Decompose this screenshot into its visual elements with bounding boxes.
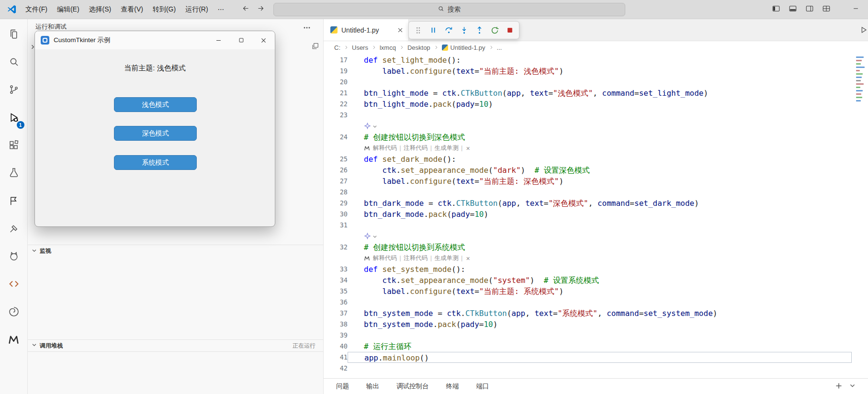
- back-icon[interactable]: [242, 4, 250, 14]
- code-line[interactable]: app.mainloop(): [348, 352, 852, 363]
- menu-selection[interactable]: 选择(S): [84, 3, 116, 16]
- code-line[interactable]: [348, 297, 852, 308]
- run-file-icon[interactable]: [859, 25, 868, 34]
- toggle-panel-icon[interactable]: [789, 4, 797, 15]
- line-number[interactable]: 19: [324, 66, 348, 77]
- toggle-secondary-sidebar-icon[interactable]: [805, 4, 814, 15]
- line-number[interactable]: 38: [324, 319, 348, 330]
- code-line[interactable]: ctk.set_appearance_mode("dark") # 设置深色模式: [348, 165, 852, 176]
- toggle-sidebar-icon[interactable]: [772, 4, 780, 15]
- menu-overflow[interactable]: ⋯: [213, 3, 229, 16]
- breadcrumb-desktop[interactable]: Desktop: [407, 44, 430, 51]
- pause-icon[interactable]: [427, 24, 440, 36]
- stop-icon[interactable]: [504, 24, 516, 36]
- callstack-section-header[interactable]: 调用堆栈 正在运行: [28, 339, 323, 352]
- ctk-titlebar[interactable]: CustomTkinter 示例: [35, 31, 275, 49]
- breadcrumb-user[interactable]: lxmcq: [380, 44, 396, 51]
- menu-goto[interactable]: 转到(G): [148, 3, 180, 16]
- code-line[interactable]: btn_light_mode.pack(pady=10): [348, 99, 852, 110]
- panel-tab-terminal[interactable]: 终端: [446, 382, 459, 391]
- line-number[interactable]: 42: [324, 363, 348, 374]
- code-editor[interactable]: 17def set_light_mode():19 label.configur…: [324, 54, 868, 378]
- menu-run[interactable]: 运行(R): [180, 3, 213, 16]
- ai-action-link[interactable]: 注释代码: [404, 253, 428, 264]
- activity-extension-copilot[interactable]: [0, 243, 28, 271]
- code-line[interactable]: # 创建按钮以切换到深色模式: [348, 132, 852, 143]
- line-number[interactable]: 20: [324, 77, 348, 88]
- code-line[interactable]: btn_light_mode = ctk.CTkButton(app, text…: [348, 88, 852, 99]
- code-line[interactable]: # 运行主循环: [348, 341, 852, 352]
- code-line[interactable]: [348, 77, 852, 88]
- breadcrumb-drive[interactable]: C:: [334, 44, 340, 51]
- customtkinter-window[interactable]: CustomTkinter 示例 当前主题: 浅色模式 浅色模式 深色模式 系统…: [34, 31, 275, 227]
- ctk-maximize-icon[interactable]: [230, 31, 252, 49]
- activity-extension-spiral[interactable]: [0, 299, 28, 326]
- line-number[interactable]: 32: [324, 242, 348, 253]
- line-number[interactable]: 40: [324, 341, 348, 352]
- code-line[interactable]: label.configure(text="当前主题: 深色模式"): [348, 176, 852, 187]
- ai-sparkle-row[interactable]: [348, 121, 852, 132]
- ai-sparkle-row[interactable]: [348, 231, 852, 242]
- code-line[interactable]: [348, 110, 852, 121]
- restore-editors-icon[interactable]: [311, 42, 319, 50]
- ai-action-link[interactable]: 注释代码: [404, 143, 428, 154]
- breadcrumb-users[interactable]: Users: [352, 44, 368, 51]
- line-number[interactable]: 33: [324, 264, 348, 275]
- code-line[interactable]: btn_system_mode = ctk.CTkButton(app, tex…: [348, 308, 852, 319]
- new-terminal-plus-icon[interactable]: [835, 382, 843, 391]
- code-line[interactable]: def set_system_mode():: [348, 264, 852, 275]
- activity-extensions[interactable]: [0, 132, 28, 160]
- line-number[interactable]: 25: [324, 154, 348, 165]
- watch-section-header[interactable]: 监视: [28, 245, 323, 257]
- code-line[interactable]: def set_light_mode():: [348, 55, 852, 66]
- line-number[interactable]: 36: [324, 297, 348, 308]
- step-over-icon[interactable]: [442, 24, 455, 36]
- panel-tab-output[interactable]: 输出: [366, 382, 379, 391]
- command-center-search[interactable]: 搜索: [273, 3, 625, 16]
- menu-edit[interactable]: 编辑(E): [52, 3, 84, 16]
- line-number[interactable]: 30: [324, 209, 348, 220]
- ai-close-icon[interactable]: ×: [466, 255, 470, 262]
- ai-action-link[interactable]: 生成单测: [434, 143, 458, 154]
- forward-icon[interactable]: [257, 4, 265, 14]
- line-number[interactable]: 28: [324, 187, 348, 198]
- minimap[interactable]: [855, 56, 867, 101]
- activity-source-control[interactable]: [0, 77, 28, 104]
- code-line[interactable]: [348, 330, 852, 341]
- activity-run-debug[interactable]: 1: [0, 104, 28, 132]
- activity-extension-marscode[interactable]: [0, 326, 28, 354]
- ai-action-link[interactable]: 解释代码: [373, 253, 397, 264]
- ai-action-link[interactable]: 解释代码: [373, 143, 397, 154]
- sidebar-more-icon[interactable]: [303, 24, 311, 32]
- restart-icon[interactable]: [488, 24, 501, 36]
- ctk-light-mode-button[interactable]: 浅色模式: [114, 97, 197, 112]
- panel-tab-ports[interactable]: 端口: [476, 382, 489, 391]
- line-number[interactable]: 37: [324, 308, 348, 319]
- breadcrumb-file[interactable]: Untitled-1.py: [442, 44, 485, 51]
- tab-untitled-1[interactable]: Untitled-1.py: [324, 19, 409, 41]
- activity-testing[interactable]: [0, 160, 28, 188]
- menu-view[interactable]: 查看(V): [116, 3, 148, 16]
- terminal-dropdown-chevron-icon[interactable]: [849, 383, 856, 390]
- code-line[interactable]: [348, 187, 852, 198]
- customize-layout-icon[interactable]: [822, 4, 831, 15]
- line-number[interactable]: 27: [324, 176, 348, 187]
- activity-extension-tools[interactable]: [0, 215, 28, 243]
- ctk-system-mode-button[interactable]: 系统模式: [114, 155, 197, 170]
- line-number[interactable]: 21: [324, 88, 348, 99]
- line-number[interactable]: 31: [324, 220, 348, 231]
- activity-explorer[interactable]: [0, 21, 28, 49]
- code-line[interactable]: # 创建按钮以切换到系统模式: [348, 242, 852, 253]
- line-number[interactable]: 35: [324, 286, 348, 297]
- code-line[interactable]: label.configure(text="当前主题: 系统模式"): [348, 286, 852, 297]
- code-line[interactable]: label.configure(text="当前主题: 浅色模式"): [348, 66, 852, 77]
- ctk-minimize-icon[interactable]: [207, 31, 230, 49]
- code-line[interactable]: def set_dark_mode():: [348, 154, 852, 165]
- line-number[interactable]: 24: [324, 132, 348, 143]
- line-number[interactable]: 34: [324, 275, 348, 286]
- activity-search[interactable]: [0, 49, 28, 77]
- activity-extension-code[interactable]: [0, 271, 28, 299]
- ctk-close-icon[interactable]: [252, 31, 275, 49]
- ai-action-link[interactable]: 生成单测: [434, 253, 458, 264]
- line-number[interactable]: 23: [324, 110, 348, 121]
